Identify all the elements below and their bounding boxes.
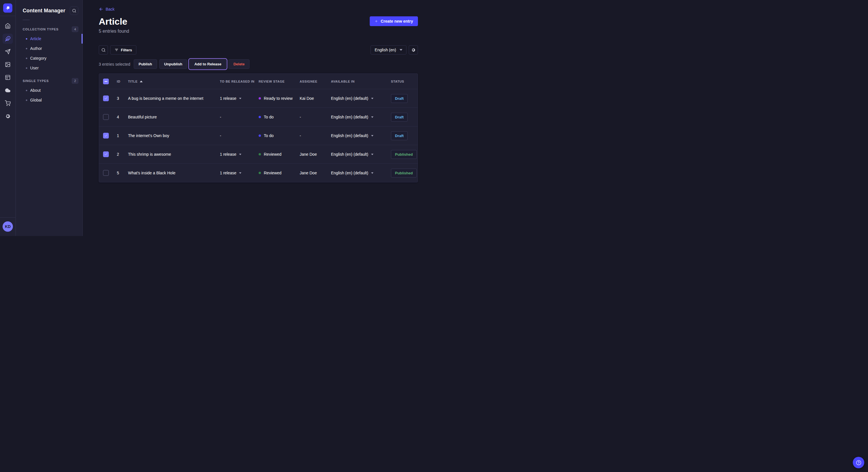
filter-icon	[115, 48, 119, 52]
cell-locale-dropdown[interactable]: English (en) (default)	[327, 133, 391, 138]
cell-id: 4	[117, 115, 128, 119]
user-avatar[interactable]: KD	[3, 222, 13, 232]
sidebar-item-about[interactable]: About	[16, 86, 82, 95]
filters-button[interactable]: Filters	[110, 45, 136, 55]
cell-locale-dropdown[interactable]: English (en) (default)	[327, 152, 391, 157]
cell-title: A bug is becoming a meme on the internet	[128, 96, 216, 101]
row-checkbox[interactable]	[103, 96, 109, 101]
cell-locale-dropdown[interactable]: English (en) (default)	[327, 115, 391, 119]
create-new-entry-button[interactable]: Create new entry	[370, 16, 418, 26]
chevron-down-icon	[371, 172, 373, 174]
selection-count-text: 3 entries selected	[99, 62, 130, 67]
unpublish-button[interactable]: Unpublish	[159, 59, 187, 69]
status-badge: Draft	[391, 131, 408, 140]
collection-types-label: COLLECTION TYPES	[23, 28, 59, 31]
cell-title: This shrimp is awesome	[128, 152, 216, 157]
strapi-logo[interactable]	[3, 3, 12, 12]
add-to-release-button[interactable]: Add to Release	[189, 59, 226, 69]
stage-dot-icon	[259, 97, 261, 100]
back-link[interactable]: Back	[99, 7, 115, 11]
row-checkbox[interactable]	[103, 114, 109, 120]
content-manager-sidebar: Content Manager COLLECTION TYPES 4 Artic…	[16, 0, 83, 236]
table-row[interactable]: 4 Beautiful picture - To do - English (e…	[99, 107, 417, 126]
cell-release-dropdown[interactable]: 1 release	[216, 171, 256, 175]
main-navigation: KD	[0, 0, 16, 236]
cell-release-dropdown[interactable]: -	[216, 133, 256, 138]
gear-icon	[411, 47, 415, 52]
bullet-icon	[26, 90, 27, 91]
sidebar-item-user[interactable]: User	[16, 63, 82, 73]
row-checkbox[interactable]	[103, 151, 109, 157]
stage-dot-icon	[259, 153, 261, 156]
cell-locale-dropdown[interactable]: English (en) (default)	[327, 96, 391, 101]
cell-id: 1	[117, 133, 128, 138]
sidebar-item-author[interactable]: Author	[16, 43, 82, 53]
cell-review-stage: Ready to review	[256, 96, 300, 101]
column-header-status: STATUS	[391, 80, 417, 83]
column-header-assignee: ASSIGNEE	[300, 80, 327, 83]
status-badge: Draft	[391, 94, 408, 103]
table-row[interactable]: 2 This shrimp is awesome 1 release Revie…	[99, 145, 417, 164]
logo-container	[0, 0, 16, 16]
cell-locale-dropdown[interactable]: English (en) (default)	[327, 171, 391, 175]
bullet-icon	[26, 100, 27, 101]
main-content: Back Article Create new entry 5 entries …	[83, 0, 434, 236]
cell-title: The internet's Own boy	[128, 133, 216, 138]
sidebar-item-label: Author	[30, 46, 42, 51]
entries-table: ID TITLE TO BE RELEASED IN REVIEW STAGE …	[99, 73, 418, 182]
stage-dot-icon	[259, 134, 261, 137]
column-header-title[interactable]: TITLE	[128, 80, 216, 83]
sort-ascending-icon	[140, 80, 143, 82]
cell-release-dropdown[interactable]: -	[216, 115, 256, 119]
sidebar-item-category[interactable]: Category	[16, 53, 82, 63]
chevron-down-icon	[371, 154, 373, 155]
column-header-stage: REVIEW STAGE	[256, 80, 300, 83]
status-badge: Published	[391, 169, 417, 177]
sidebar-title: Content Manager	[23, 8, 65, 14]
sidebar-item-label: User	[30, 66, 39, 70]
cell-id: 5	[117, 171, 128, 175]
row-checkbox[interactable]	[103, 170, 109, 176]
column-header-release: TO BE RELEASED IN	[216, 80, 256, 83]
content-manager-icon[interactable]	[3, 34, 13, 44]
view-settings-button[interactable]	[409, 45, 418, 55]
sidebar-search-button[interactable]	[70, 6, 79, 15]
chevron-down-icon	[371, 116, 373, 118]
content-type-builder-icon[interactable]	[3, 72, 13, 82]
column-header-available: AVAILABLE IN	[327, 80, 391, 83]
table-row[interactable]: 3 A bug is becoming a meme on the intern…	[99, 89, 417, 107]
chevron-down-icon	[400, 49, 402, 51]
sidebar-item-article[interactable]: Article	[16, 34, 82, 43]
releases-icon[interactable]	[3, 46, 13, 57]
row-checkbox[interactable]	[103, 133, 109, 138]
cloud-deploy-icon[interactable]	[3, 85, 13, 96]
bullet-icon	[26, 58, 27, 59]
bullet-icon	[26, 48, 27, 49]
check-icon	[104, 153, 107, 156]
media-library-icon[interactable]	[3, 59, 13, 70]
cell-title: What's inside a Black Hole	[128, 171, 216, 175]
search-button[interactable]	[99, 45, 108, 55]
locale-select[interactable]: English (en)	[371, 45, 406, 55]
select-all-checkbox[interactable]	[103, 78, 109, 84]
home-icon[interactable]	[3, 21, 13, 31]
cell-assignee: -	[300, 133, 327, 138]
divider	[23, 20, 30, 20]
page-title: Article	[99, 16, 127, 27]
cell-release-dropdown[interactable]: 1 release	[216, 96, 256, 101]
delete-button[interactable]: Delete	[228, 59, 249, 69]
check-icon	[104, 134, 107, 137]
cell-review-stage: To do	[256, 115, 300, 119]
chevron-down-icon	[239, 154, 241, 155]
sidebar-item-global[interactable]: Global	[16, 95, 82, 105]
publish-button[interactable]: Publish	[134, 59, 157, 69]
table-row[interactable]: 5 What's inside a Black Hole 1 release R…	[99, 164, 417, 182]
chevron-down-icon	[371, 135, 373, 136]
check-icon	[104, 97, 107, 100]
marketplace-cart-icon[interactable]	[3, 98, 13, 108]
cell-release-dropdown[interactable]: 1 release	[216, 152, 256, 157]
table-row[interactable]: 1 The internet's Own boy - To do - Engli…	[99, 126, 417, 145]
sidebar-item-label: Category	[30, 56, 46, 61]
settings-gear-icon[interactable]	[3, 111, 13, 121]
bullet-icon	[26, 67, 27, 69]
